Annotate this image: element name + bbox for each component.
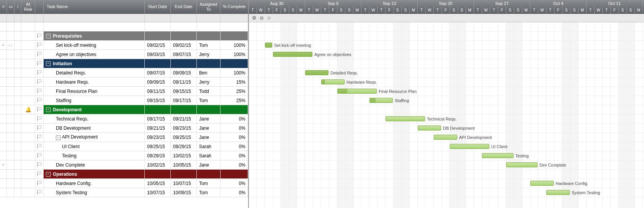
start-date-cell[interactable]: 09/21/15 (145, 124, 171, 132)
end-date-cell[interactable]: 09/09/15 (171, 68, 197, 77)
gantt-row[interactable] (249, 170, 644, 179)
end-date-cell[interactable]: 09/17/15 (171, 96, 197, 105)
pct-complete-cell[interactable]: 0% (221, 124, 248, 132)
gantt-bar[interactable]: Staffing (369, 98, 393, 103)
end-date-cell[interactable]: 09/02/15 (171, 41, 197, 50)
gantt-bar[interactable]: Testing (482, 153, 513, 158)
assigned-to-cell[interactable]: Jane (197, 133, 221, 142)
gantt-bar[interactable]: Final Resource Plan (337, 89, 377, 94)
start-date-cell[interactable]: 10/07/15 (145, 188, 171, 197)
task-row[interactable]: Technical Reqs.09/17/1509/21/15Jane0% (0, 114, 248, 124)
col-header-assigned-to[interactable]: Assigned To (197, 0, 221, 13)
collapse-toggle-icon[interactable]: − (56, 135, 60, 140)
gantt-bar[interactable]: DB Development (418, 125, 441, 130)
assigned-to-cell[interactable]: Jerry (197, 78, 221, 86)
gantt-row[interactable]: Dev Complete (249, 160, 644, 170)
gantt-row[interactable]: Hardware Config. (249, 179, 644, 188)
gantt-bar[interactable]: UI Client (450, 144, 489, 149)
blank-row[interactable] (0, 22, 248, 31)
gantt-bar[interactable]: Dev Complete (506, 162, 538, 167)
end-date-cell[interactable]: 10/05/15 (171, 160, 197, 169)
col-header-flag[interactable] (35, 0, 44, 13)
assigned-to-cell[interactable]: Ben (197, 68, 221, 77)
gantt-bar[interactable]: Detailed Reqs. (305, 70, 329, 75)
task-row[interactable]: Final Resource Plan09/11/1509/15/15Todd2… (0, 87, 248, 96)
task-row[interactable]: −API Development09/23/1509/25/15Jane0% (0, 133, 248, 142)
task-row[interactable]: Hardware Reqs.09/09/1509/11/15Jerry15% (0, 78, 248, 87)
pct-complete-cell[interactable]: 15% (221, 78, 248, 86)
collapse-toggle-icon[interactable]: − (46, 61, 51, 66)
end-date-cell[interactable]: 09/15/15 (171, 87, 197, 96)
task-row[interactable]: 𝄐▭Set kick-off meeting09/02/1509/02/15To… (0, 41, 248, 50)
assigned-to-cell[interactable]: Tom (197, 179, 221, 188)
task-row[interactable]: Testing09/29/1510/02/15Sarah0% (0, 151, 248, 160)
gantt-bar[interactable]: API Development (434, 135, 457, 140)
assigned-to-cell[interactable]: Tom (197, 188, 221, 197)
collapse-toggle-icon[interactable]: − (46, 107, 51, 112)
gantt-row[interactable]: API Development (249, 133, 644, 142)
start-date-cell[interactable]: 09/07/15 (145, 68, 171, 77)
assigned-to-cell[interactable]: Jerry (197, 50, 221, 59)
start-date-cell[interactable]: 09/15/15 (145, 96, 171, 105)
gantt-row[interactable] (249, 59, 644, 68)
col-header-pct-complete[interactable]: % Complete (221, 0, 248, 13)
pct-complete-cell[interactable]: 100% (221, 41, 248, 50)
gantt-bar[interactable]: Hardware Config. (530, 181, 554, 186)
gantt-row[interactable]: Detailed Reqs. (249, 68, 644, 78)
assigned-to-cell[interactable]: Tom (197, 96, 221, 105)
zoom-out-icon[interactable]: ⊖ (260, 15, 264, 21)
gantt-bar[interactable]: Set kick-off meeting (265, 43, 272, 48)
gantt-row[interactable] (249, 31, 644, 41)
gantt-row[interactable]: UI Client (249, 142, 644, 151)
end-date-cell[interactable]: 09/11/15 (171, 78, 197, 86)
task-row[interactable]: Detailed Reqs.09/07/1509/09/15Ben100% (0, 68, 248, 78)
start-date-cell[interactable]: 09/11/15 (145, 87, 171, 96)
phase-row[interactable]: 🔔−Development (0, 105, 248, 114)
gantt-row[interactable]: Testing (249, 151, 644, 160)
task-row[interactable]: Agree on objectives09/03/1509/07/15Jerry… (0, 50, 248, 59)
paperclip-icon[interactable]: 𝄐 (2, 162, 5, 168)
end-date-cell[interactable]: 09/25/15 (171, 133, 197, 142)
start-date-cell[interactable]: 09/03/15 (145, 50, 171, 59)
pct-complete-cell[interactable]: 0% (221, 188, 248, 197)
col-header-attachment[interactable]: ⌗ (0, 0, 7, 13)
collapse-toggle-icon[interactable]: − (46, 34, 51, 38)
col-header-start-date[interactable]: Start Date (145, 0, 171, 13)
assigned-to-cell[interactable]: Jane (197, 160, 221, 169)
end-date-cell[interactable]: 09/29/15 (171, 142, 197, 151)
gantt-row[interactable]: Staffing (249, 96, 644, 105)
gantt-row[interactable] (249, 105, 644, 114)
phase-row[interactable]: −Operations (0, 170, 248, 179)
col-header-comment[interactable]: ▭ (7, 0, 15, 13)
collapse-toggle-icon[interactable]: − (46, 172, 51, 177)
timeline-body[interactable]: Set kick-off meetingAgree on objectivesD… (249, 22, 644, 208)
gantt-row[interactable]: Final Resource Plan (249, 87, 644, 96)
task-row[interactable]: System Testing10/07/1510/09/15Tom0% (0, 188, 248, 197)
gantt-bar[interactable]: System Testing (546, 190, 570, 195)
gantt-row[interactable] (249, 22, 644, 31)
task-row[interactable]: UI Client09/25/1509/29/15Sarah0% (0, 142, 248, 151)
task-row[interactable]: 𝄐Dev Complete10/02/1510/05/15Jane0% (0, 160, 248, 170)
paperclip-icon[interactable]: 𝄐 (2, 43, 5, 48)
gantt-bar[interactable]: Hardware Reqs. (321, 79, 345, 84)
end-date-cell[interactable]: 10/02/15 (171, 151, 197, 160)
pct-complete-cell[interactable]: 100% (221, 50, 248, 59)
start-date-cell[interactable]: 10/05/15 (145, 179, 171, 188)
assigned-to-cell[interactable]: Jane (197, 124, 221, 132)
assigned-to-cell[interactable]: Jane (197, 114, 221, 123)
pct-complete-cell[interactable]: 100% (221, 68, 248, 77)
start-date-cell[interactable]: 09/23/15 (145, 133, 171, 142)
pct-complete-cell[interactable]: 25% (221, 96, 248, 105)
pct-complete-cell[interactable]: 0% (221, 114, 248, 123)
start-date-cell[interactable]: 09/25/15 (145, 142, 171, 151)
gantt-bar[interactable]: Agree on objectives (273, 52, 312, 57)
task-row[interactable]: Hardware Config.10/05/1510/07/15Tom0% (0, 179, 248, 188)
assigned-to-cell[interactable]: Todd (197, 87, 221, 96)
phase-row[interactable]: −Initiation (0, 59, 248, 68)
end-date-cell[interactable]: 10/07/15 (171, 179, 197, 188)
gantt-row[interactable]: DB Development (249, 124, 644, 133)
gantt-row[interactable]: Set kick-off meeting (249, 41, 644, 50)
gantt-bar[interactable]: Technical Reqs. (386, 116, 425, 121)
gantt-row[interactable]: System Testing (249, 188, 644, 197)
pct-complete-cell[interactable]: 0% (221, 151, 248, 160)
